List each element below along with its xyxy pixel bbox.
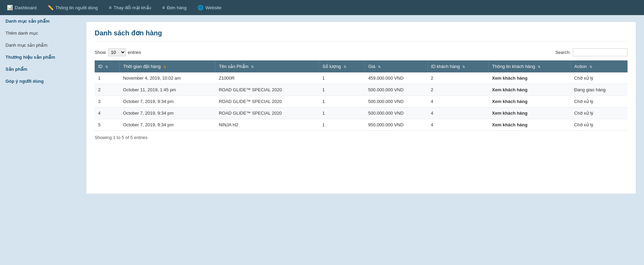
sort-custinfo-icon: ⇅ [538, 65, 540, 69]
sidebar-group-product[interactable]: Sản phẩm [0, 63, 78, 75]
cell-quantity: 1 [319, 119, 365, 131]
cell-quantity: 1 [319, 84, 365, 96]
cell-customer-info[interactable]: Xem khách hàng [489, 96, 571, 107]
nav-website[interactable]: 🌐 Website [196, 0, 223, 15]
col-customer-id[interactable]: ID khách hàng ⇅ [427, 60, 488, 72]
cell-customer-info[interactable]: Xem khách hàng [489, 119, 571, 131]
sort-custid-icon: ⇅ [462, 65, 465, 69]
cell-order-time: October 7, 2019, 9:34 pm [120, 119, 215, 131]
top-navigation: 📊 Dashboard ✏️ Thông tin người dùng ≡ Th… [0, 0, 644, 15]
cell-customer-id: 4 [427, 96, 488, 107]
cell-customer-id: 2 [427, 72, 488, 84]
cell-order-time: November 4, 2019, 10:02 am [120, 72, 215, 84]
globe-icon: 🌐 [198, 5, 203, 10]
table-row: 4 October 7, 2019, 9:34 pm ROAD GLIDE™ S… [95, 107, 628, 119]
sidebar-item-add-category[interactable]: Thêm danh mục [0, 27, 78, 39]
menu-icon: ≡ [109, 5, 111, 10]
cell-customer-id: 2 [427, 84, 488, 96]
cell-order-time: October 11, 2019, 1:45 pm [120, 84, 215, 96]
nav-orders[interactable]: ≡ Đơn hàng [161, 0, 188, 15]
col-id[interactable]: ID ⇅ [95, 60, 120, 72]
table-controls: Show 10 25 50 100 entries Search: [95, 48, 628, 56]
sidebar-group-category[interactable]: Danh mục sản phẩm [0, 15, 78, 27]
dashboard-icon: 📊 [7, 5, 13, 10]
cell-id: 4 [95, 107, 120, 119]
col-customer-info[interactable]: Thông tin khách hàng ⇅ [489, 60, 571, 72]
cell-price: 459.000.000 VND [365, 72, 428, 84]
search-input[interactable] [573, 48, 628, 56]
col-order-time[interactable]: Thời gian đặt hàng ⇅ [120, 60, 215, 72]
cell-id: 3 [95, 96, 120, 107]
orders-icon: ≡ [162, 5, 165, 10]
cell-product-name: Z1000R [215, 72, 319, 84]
sort-qty-icon: ⇅ [344, 65, 346, 69]
cell-id: 5 [95, 119, 120, 131]
main-content: Danh sách đơn hàng Show 10 25 50 100 ent… [78, 15, 644, 265]
table-row: 2 October 11, 2019, 1:45 pm ROAD GLIDE™ … [95, 84, 628, 96]
cell-quantity: 1 [319, 96, 365, 107]
cell-price: 500.000.000 VND [365, 107, 428, 119]
cell-id: 2 [95, 84, 120, 96]
sidebar-group-brand[interactable]: Thương hiệu sản phẩm [0, 51, 78, 63]
col-quantity[interactable]: Số lượng ⇅ [319, 60, 365, 72]
cell-product-name: NINJA H2 [215, 119, 319, 131]
cell-product-name: ROAD GLIDE™ SPECIAL 2020 [215, 84, 319, 96]
content-card: Danh sách đơn hàng Show 10 25 50 100 ent… [86, 22, 636, 194]
cell-action[interactable]: Chờ xử lý [571, 107, 628, 119]
nav-dashboard[interactable]: 📊 Dashboard [5, 0, 38, 15]
nav-user-info[interactable]: ✏️ Thông tin người dùng [46, 0, 99, 15]
cell-customer-info[interactable]: Xem khách hàng [489, 72, 571, 84]
cell-order-time: October 7, 2019, 9:34 pm [120, 96, 215, 107]
sidebar-group-feedback[interactable]: Góp ý người dùng [0, 75, 78, 87]
cell-customer-id: 4 [427, 107, 488, 119]
page-title: Danh sách đơn hàng [95, 29, 628, 42]
col-price[interactable]: Giá ⇅ [365, 60, 428, 72]
col-product-name[interactable]: Tên sản Phẩm ⇅ [215, 60, 319, 72]
cell-quantity: 1 [319, 72, 365, 84]
search-box: Search: [555, 48, 628, 56]
sidebar: Danh mục sản phẩm Thêm danh mục Danh mục… [0, 15, 78, 265]
table-row: 3 October 7, 2019, 9:34 pm ROAD GLIDE™ S… [95, 96, 628, 107]
cell-order-time: October 7, 2019, 9:34 pm [120, 107, 215, 119]
cell-action[interactable]: Chờ xử lý [571, 119, 628, 131]
cell-product-name: ROAD GLIDE™ SPECIAL 2020 [215, 107, 319, 119]
sort-time-icon: ⇅ [163, 65, 166, 69]
cell-action[interactable]: Chờ xử lý [571, 72, 628, 84]
table-footer: Showing 1 to 5 of 5 entries [95, 135, 628, 140]
cell-price: 500.000.000 VND [365, 84, 428, 96]
main-layout: Danh mục sản phẩm Thêm danh mục Danh mục… [0, 15, 644, 265]
cell-action[interactable]: Đang giao hàng [571, 84, 628, 96]
entries-label: entries [128, 50, 141, 55]
show-entries-control: Show 10 25 50 100 entries [95, 48, 141, 56]
cell-price: 950.000.000 VND [365, 119, 428, 131]
cell-quantity: 1 [319, 107, 365, 119]
edit-icon: ✏️ [48, 5, 53, 10]
cell-price: 500.000.000 VND [365, 96, 428, 107]
cell-id: 1 [95, 72, 120, 84]
nav-change-password[interactable]: ≡ Thay đổi mật khẩu [107, 0, 152, 15]
col-action[interactable]: Action ⇅ [571, 60, 628, 72]
cell-customer-info[interactable]: Xem khách hàng [489, 84, 571, 96]
sidebar-item-category-list[interactable]: Danh mục sản phẩm [0, 39, 78, 51]
show-label: Show [95, 50, 106, 55]
cell-customer-id: 4 [427, 119, 488, 131]
sort-action-icon: ⇅ [589, 65, 592, 69]
entries-select[interactable]: 10 25 50 100 [108, 48, 126, 56]
orders-table: ID ⇅ Thời gian đặt hàng ⇅ Tên sản Phẩm ⇅ [95, 60, 628, 131]
sort-id-icon: ⇅ [105, 65, 108, 69]
sort-price-icon: ⇅ [378, 65, 381, 69]
cell-action[interactable]: Chờ xử lý [571, 96, 628, 107]
sort-product-icon: ⇅ [251, 65, 254, 69]
cell-product-name: ROAD GLIDE™ SPECIAL 2020 [215, 96, 319, 107]
search-label: Search: [555, 50, 571, 55]
cell-customer-info[interactable]: Xem khách hàng [489, 107, 571, 119]
table-header-row: ID ⇅ Thời gian đặt hàng ⇅ Tên sản Phẩm ⇅ [95, 60, 628, 72]
table-row: 5 October 7, 2019, 9:34 pm NINJA H2 1 95… [95, 119, 628, 131]
table-row: 1 November 4, 2019, 10:02 am Z1000R 1 45… [95, 72, 628, 84]
